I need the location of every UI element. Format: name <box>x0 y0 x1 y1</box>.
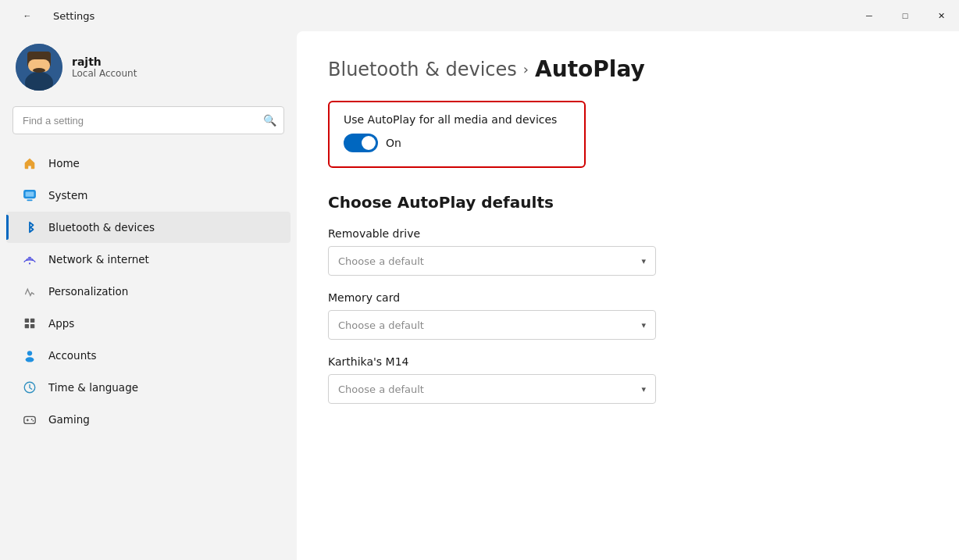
sidebar: rajth Local Account 🔍 Home System Blueto… <box>0 31 297 560</box>
system-icon <box>22 187 37 203</box>
sidebar-item-label: Home <box>48 157 80 169</box>
timelang-icon <box>22 380 37 395</box>
user-name: rajth <box>72 55 137 68</box>
default-label-removable: Removable drive <box>328 227 928 240</box>
nav-list: Home System Bluetooth & devices Network … <box>0 147 297 436</box>
default-item-removable: Removable drive Choose a default ▾ <box>328 227 928 276</box>
svg-point-20 <box>33 420 34 422</box>
app-container: rajth Local Account 🔍 Home System Blueto… <box>0 31 959 560</box>
personalization-icon <box>22 284 37 299</box>
back-button[interactable]: ← <box>9 3 45 28</box>
svg-rect-12 <box>30 319 34 323</box>
content-area: Bluetooth & devices › AutoPlay Use AutoP… <box>297 31 959 560</box>
bluetooth-icon <box>22 219 37 235</box>
breadcrumb: Bluetooth & devices › AutoPlay <box>328 56 928 82</box>
sidebar-item-timelang[interactable]: Time & language <box>6 372 291 403</box>
breadcrumb-separator: › <box>523 61 529 77</box>
svg-rect-8 <box>27 199 32 201</box>
default-label-karthika: Karthika's M14 <box>328 355 928 368</box>
close-button[interactable]: ✕ <box>923 3 959 28</box>
network-icon <box>22 251 37 267</box>
search-input[interactable] <box>12 106 284 134</box>
svg-point-6 <box>33 68 45 73</box>
autoplay-toggle-box: Use AutoPlay for all media and devices O… <box>328 101 586 168</box>
sidebar-item-label: Personalization <box>48 285 128 298</box>
toggle-knob <box>362 136 376 150</box>
default-item-memory: Memory card Choose a default ▾ <box>328 291 928 340</box>
titlebar-controls: ─ □ ✕ <box>851 3 959 28</box>
sidebar-item-accounts[interactable]: Accounts <box>6 340 291 371</box>
titlebar-left: ← Settings <box>9 3 94 28</box>
breadcrumb-current: AutoPlay <box>535 56 645 82</box>
defaults-list: Removable drive Choose a default ▾ Memor… <box>328 227 928 404</box>
maximize-button[interactable]: □ <box>887 3 923 28</box>
gaming-icon <box>22 412 37 427</box>
titlebar-title: Settings <box>53 10 94 22</box>
sidebar-item-system[interactable]: System <box>6 180 291 211</box>
sidebar-item-label: System <box>48 189 87 202</box>
sidebar-item-label: Gaming <box>48 413 90 426</box>
sidebar-item-apps[interactable]: Apps <box>6 308 291 339</box>
user-info: rajth Local Account <box>72 55 137 79</box>
accounts-icon <box>22 348 37 363</box>
user-type: Local Account <box>72 68 137 79</box>
sidebar-item-label: Accounts <box>48 349 97 362</box>
sidebar-item-label: Bluetooth & devices <box>48 221 155 234</box>
svg-rect-11 <box>25 319 29 323</box>
autoplay-toggle-label: Use AutoPlay for all media and devices <box>344 113 570 126</box>
dropdown-memory[interactable]: Choose a default ▾ <box>328 310 656 340</box>
sidebar-item-network[interactable]: Network & internet <box>6 244 291 275</box>
chevron-down-icon: ▾ <box>641 384 646 394</box>
search-container: 🔍 <box>12 106 284 134</box>
svg-rect-9 <box>26 192 34 197</box>
home-icon <box>22 155 37 171</box>
default-label-memory: Memory card <box>328 291 928 304</box>
sidebar-item-gaming[interactable]: Gaming <box>6 404 291 435</box>
defaults-title: Choose AutoPlay defaults <box>328 193 928 212</box>
svg-rect-13 <box>25 324 29 328</box>
dropdown-text-karthika: Choose a default <box>338 383 424 395</box>
default-item-karthika: Karthika's M14 Choose a default ▾ <box>328 355 928 404</box>
apps-icon <box>22 316 37 331</box>
svg-point-15 <box>27 351 32 355</box>
minimize-button[interactable]: ─ <box>851 3 887 28</box>
dropdown-text-memory: Choose a default <box>338 319 424 331</box>
toggle-on-label: On <box>386 137 401 149</box>
user-profile: rajth Local Account <box>0 31 297 106</box>
dropdown-text-removable: Choose a default <box>338 255 424 267</box>
autoplay-toggle[interactable] <box>344 134 378 152</box>
titlebar: ← Settings ─ □ ✕ <box>0 0 959 31</box>
sidebar-item-home[interactable]: Home <box>6 148 291 179</box>
svg-point-19 <box>31 419 33 420</box>
svg-point-16 <box>26 357 34 362</box>
avatar <box>16 44 62 91</box>
sidebar-item-label: Apps <box>48 317 74 330</box>
toggle-row: On <box>344 134 570 152</box>
dropdown-removable[interactable]: Choose a default ▾ <box>328 246 656 276</box>
chevron-down-icon: ▾ <box>641 256 646 266</box>
dropdown-karthika[interactable]: Choose a default ▾ <box>328 374 656 404</box>
svg-rect-18 <box>24 416 35 423</box>
breadcrumb-parent: Bluetooth & devices <box>328 59 517 80</box>
sidebar-item-label: Time & language <box>48 381 138 394</box>
search-icon: 🔍 <box>263 114 276 127</box>
svg-point-10 <box>29 262 30 264</box>
sidebar-item-personalization[interactable]: Personalization <box>6 276 291 307</box>
svg-rect-14 <box>30 324 34 328</box>
sidebar-item-bluetooth[interactable]: Bluetooth & devices <box>6 212 291 243</box>
sidebar-item-label: Network & internet <box>48 253 149 266</box>
chevron-down-icon: ▾ <box>641 320 646 330</box>
